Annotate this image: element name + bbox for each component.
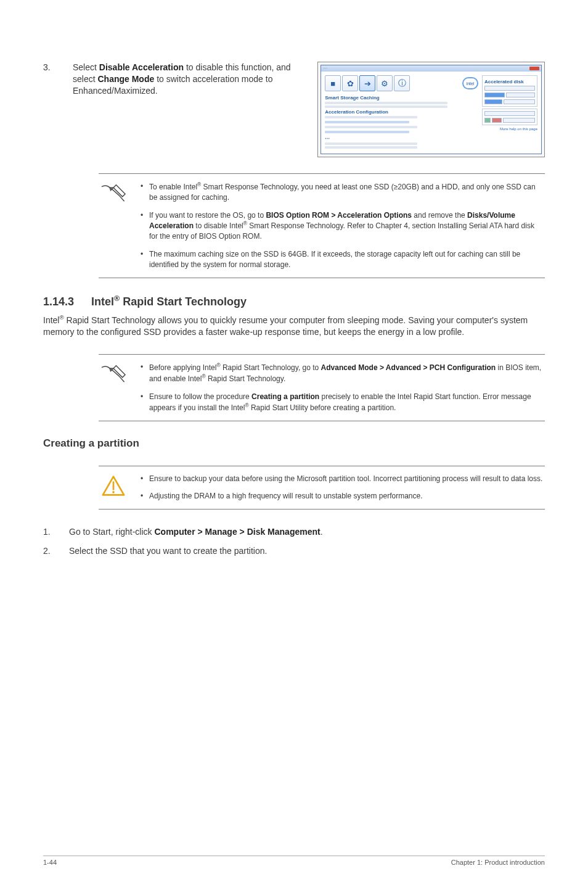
para-body: Rapid Start Technology allows you to qui… [43,315,528,337]
n2b2-pre: Ensure to follow the procedure [149,392,251,401]
step-3-number: 3. [43,62,55,97]
step3-bold2: Change Mode [97,74,154,84]
intel-logo-icon: intel [462,77,478,89]
para-pre: Intel [43,315,59,324]
screenshot-thumbnail: ⋯ ■ ✿ ➔ ⚙ ⓘ intel Smart Storage Caching [317,62,545,157]
section-paragraph: Intel® Rapid Start Technology allows you… [43,313,545,339]
section-number: 1.14.3 [43,295,74,308]
s1-bold: Computer > Manage > Disk Management [154,527,320,537]
creating-partition-heading: Creating a partition [43,437,545,450]
caution-item-1: Ensure to backup your data before using … [141,474,545,484]
para-sup: ® [59,314,63,321]
page-footer: 1-44 Chapter 1: Product introduction [43,856,545,866]
n2b1-tail: Rapid Start Technology. [206,374,286,383]
mini-heading: Smart Storage Caching [325,95,478,101]
section-title-sup: ® [114,294,120,303]
caution-bullets: Ensure to backup your data before using … [141,474,545,502]
close-icon [529,67,539,70]
caution-item-2: Adjusting the DRAM to a high frequency w… [141,491,545,501]
footer-page-number: 1-44 [43,859,57,866]
n1b2-pre: If you want to restore the OS, go to [149,211,266,220]
note-block-2: Before applying Intel® Rapid Start Techn… [99,354,545,421]
note2-item-1: Before applying Intel® Rapid Start Techn… [141,362,545,384]
tab-manage-icon: ✿ [342,75,358,91]
n2b2-bold: Creating a partition [251,392,319,401]
section-heading: 1.14.3Intel® Rapid Start Technology [43,294,545,308]
step1-number: 1. [43,526,55,538]
step3-pre: Select [73,62,99,72]
step-3-row: 3. Select Disable Acceleration to disabl… [43,62,545,157]
section-title-post: Rapid Start Technology [120,295,247,308]
tab-help-icon: ⓘ [394,75,410,91]
note1-item-1: To enable Intel® Smart Response Technolo… [141,181,545,203]
n1b1-pre: To enable Intel [149,183,197,191]
mini-right-col: Accelerated disk More help on this page [482,75,537,150]
step-3-text-col: 3. Select Disable Acceleration to disabl… [43,62,304,157]
partition-step-1: 1. Go to Start, right-click Computer > M… [43,526,545,538]
note2-item-2: Ensure to follow the procedure Creating … [141,392,545,413]
mini-more-link: More help on this page [482,127,537,131]
partition-step-2: 2. Select the SSD that you want to creat… [43,545,545,558]
tab-preferences-icon: ⚙ [377,75,393,91]
pencil-icon-2 [99,362,128,413]
step2-text: Select the SSD that you want to create t… [69,545,267,558]
caution-icon [99,474,128,502]
s1-post: . [321,527,323,537]
mini-volcfg: ⋯ [325,136,478,141]
mini-titlebar: ⋯ [321,65,541,72]
s1-pre: Go to Start, right-click [69,527,154,537]
n1b2-bold1: BIOS Option ROM > Acceleration Options [266,211,412,220]
n2b1-pre: Before applying Intel [149,363,216,372]
note-block-1: To enable Intel® Smart Response Technolo… [99,173,545,278]
caution-block: Ensure to backup your data before using … [99,466,545,510]
pencil-icon [99,181,128,270]
step-3-text: Select Disable Acceleration to disable t… [73,62,304,97]
mini-title-dots: ⋯ [323,66,327,71]
mini-subhead: Acceleration Configuration [325,109,478,115]
note2-bullets: Before applying Intel® Rapid Start Techn… [141,362,545,413]
svg-point-1 [112,491,115,493]
n2b1-mid: Rapid Start Technology, go to [221,363,321,372]
mini-link1 [325,121,409,123]
tab-status-icon: ■ [325,75,341,91]
tab-accelerate-icon: ➔ [359,75,375,91]
note1-item-2: If you want to restore the OS, go to BIO… [141,210,545,242]
partition-steps-list: 1. Go to Start, right-click Computer > M… [43,526,545,558]
n2b1-bold: Advanced Mode > Advanced > PCH Configura… [321,363,496,372]
n1b2-mid2: to disable Intel [194,221,243,230]
mini-window: ⋯ ■ ✿ ➔ ⚙ ⓘ intel Smart Storage Caching [321,65,542,154]
step1-text: Go to Start, right-click Computer > Mana… [69,526,323,538]
n1b1-mid: Smart Response Technology, you need at l… [149,183,536,202]
n1b2-mid1: and remove the [412,211,467,220]
n2b2-tail: Rapid Start Utility before creating a pa… [249,403,396,412]
mini-side-title: Accelerated disk [484,79,535,85]
section-title-pre: Intel [91,295,114,308]
footer-chapter: Chapter 1: Product introduction [451,859,545,866]
note1-bullets: To enable Intel® Smart Response Technolo… [141,181,545,270]
step2-number: 2. [43,545,55,558]
note1-item-3: The maximum caching size on the SSD is 6… [141,249,545,270]
mini-link2 [325,131,409,133]
mini-left-col: ■ ✿ ➔ ⚙ ⓘ intel Smart Storage Caching Ac… [325,75,478,150]
step3-bold1: Disable Acceleration [99,62,184,72]
